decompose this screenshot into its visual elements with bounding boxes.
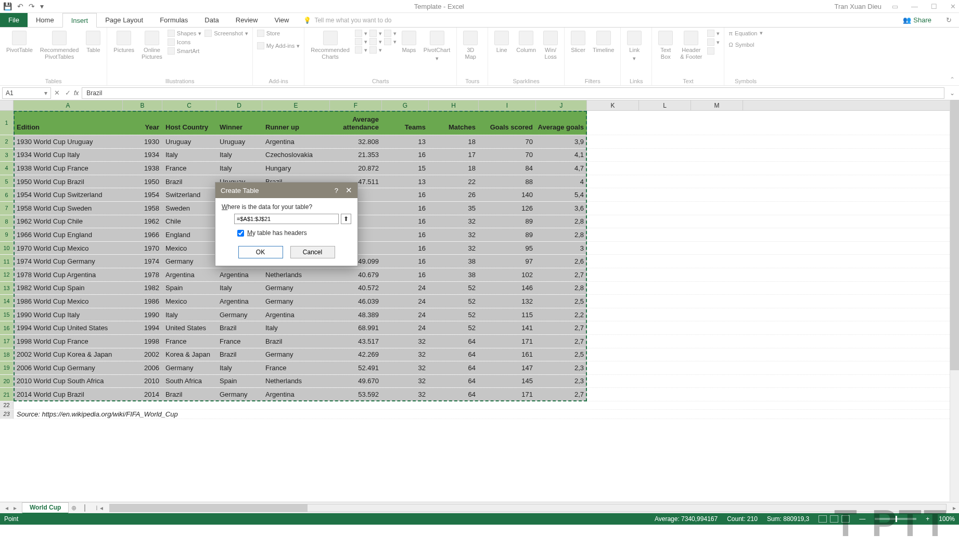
row-header[interactable]: 20 bbox=[0, 375, 14, 388]
cell[interactable]: 95 bbox=[479, 242, 536, 255]
cell[interactable]: 89 bbox=[479, 228, 536, 241]
cell[interactable] bbox=[691, 162, 743, 175]
cell[interactable]: 132 bbox=[479, 295, 536, 308]
cell[interactable]: Italy bbox=[162, 308, 216, 321]
cell[interactable]: 1958 bbox=[123, 202, 162, 215]
column-header-B[interactable]: B bbox=[123, 100, 162, 110]
cell[interactable]: Spain bbox=[162, 282, 216, 295]
cell[interactable] bbox=[691, 361, 743, 374]
cell[interactable]: 2,7 bbox=[536, 388, 587, 401]
cell[interactable]: 102 bbox=[479, 268, 536, 281]
cell[interactable] bbox=[691, 268, 743, 281]
cell[interactable]: Uruguay bbox=[162, 135, 216, 148]
header-cell[interactable]: Teams bbox=[382, 111, 429, 135]
cell[interactable]: 1958 World Cup Sweden bbox=[14, 202, 123, 215]
textbox-button[interactable]: Text Box bbox=[656, 30, 675, 61]
cell[interactable]: 52 bbox=[429, 308, 479, 321]
minimize-icon[interactable]: ― bbox=[911, 3, 918, 10]
cell[interactable]: Hungary bbox=[262, 162, 330, 175]
cell[interactable]: 126 bbox=[479, 202, 536, 215]
cancel-button[interactable]: Cancel bbox=[290, 246, 335, 258]
sheet-tab-worldcup[interactable]: World Cup bbox=[22, 502, 69, 514]
cell[interactable]: 4 bbox=[536, 175, 587, 188]
cell[interactable]: Germany bbox=[262, 295, 330, 308]
cell[interactable]: France bbox=[216, 335, 262, 348]
save-icon[interactable]: 💾 bbox=[3, 2, 12, 10]
cell[interactable] bbox=[639, 375, 691, 388]
online-pictures-button[interactable]: Online Pictures bbox=[139, 30, 164, 61]
header-cell[interactable]: Year bbox=[123, 111, 162, 135]
fx-icon[interactable]: fx bbox=[74, 89, 79, 97]
smartart-button[interactable]: SmartArt bbox=[168, 47, 201, 55]
cell[interactable]: 2,8 bbox=[536, 282, 587, 295]
zoom-in-icon[interactable]: + bbox=[926, 515, 929, 523]
cell[interactable] bbox=[639, 215, 691, 228]
formula-input[interactable]: Brazil bbox=[82, 87, 944, 99]
tab-scroll-icon[interactable]: ⁞ ◂ bbox=[93, 504, 106, 512]
cell[interactable] bbox=[587, 282, 639, 295]
row-header[interactable]: 10 bbox=[0, 242, 14, 255]
cell[interactable]: 24 bbox=[382, 308, 429, 321]
cell[interactable]: 1986 World Cup Mexico bbox=[14, 295, 123, 308]
name-box[interactable]: A1▾ bbox=[2, 87, 51, 99]
pivotchart-button[interactable]: PivotChart▾ bbox=[421, 30, 452, 62]
cell[interactable]: 64 bbox=[429, 388, 479, 401]
cell[interactable]: Germany bbox=[262, 348, 330, 361]
slicer-button[interactable]: Slicer bbox=[569, 30, 587, 55]
cell[interactable]: Germany bbox=[162, 255, 216, 268]
view-page-layout-icon[interactable] bbox=[830, 515, 838, 523]
zoom-slider[interactable] bbox=[875, 518, 916, 520]
cell[interactable] bbox=[587, 149, 639, 162]
cell[interactable] bbox=[639, 308, 691, 321]
column-header-D[interactable]: D bbox=[216, 100, 262, 110]
row-header[interactable]: 3 bbox=[0, 149, 14, 162]
cell[interactable] bbox=[587, 348, 639, 361]
cell[interactable]: 24 bbox=[382, 321, 429, 334]
cell[interactable]: Argentina bbox=[262, 135, 330, 148]
chart-type-3[interactable]: ▾ ▾ bbox=[355, 46, 397, 54]
cell[interactable] bbox=[691, 202, 743, 215]
chart-type-2[interactable]: ▾ ▾ ▾ bbox=[355, 38, 397, 45]
cell[interactable] bbox=[587, 388, 639, 401]
tab-scroll-right-icon[interactable]: ▸ bbox=[950, 504, 959, 512]
cell[interactable]: 17 bbox=[429, 149, 479, 162]
cell[interactable]: Italy bbox=[216, 162, 262, 175]
tab-data[interactable]: Data bbox=[196, 13, 227, 27]
header-cell[interactable]: Goals scored bbox=[479, 111, 536, 135]
collapse-ribbon-icon[interactable]: ⌃ bbox=[950, 76, 955, 83]
pictures-button[interactable]: Pictures bbox=[111, 30, 136, 55]
cell[interactable] bbox=[123, 401, 162, 409]
icons-button[interactable]: Icons bbox=[168, 38, 201, 46]
cell[interactable]: 1986 bbox=[123, 295, 162, 308]
column-header-M[interactable]: M bbox=[691, 100, 743, 110]
cell[interactable] bbox=[330, 401, 382, 409]
cell[interactable]: Germany bbox=[216, 308, 262, 321]
row-header[interactable]: 13 bbox=[0, 282, 14, 295]
cell[interactable] bbox=[14, 401, 123, 409]
row-header[interactable]: 4 bbox=[0, 162, 14, 175]
cell[interactable]: 1938 World Cup France bbox=[14, 162, 123, 175]
cell[interactable] bbox=[639, 228, 691, 241]
cell[interactable]: Chile bbox=[162, 215, 216, 228]
cell[interactable]: 3 bbox=[536, 242, 587, 255]
cell[interactable] bbox=[587, 335, 639, 348]
cell[interactable]: 22 bbox=[429, 175, 479, 188]
cell[interactable] bbox=[691, 282, 743, 295]
cell[interactable]: Mexico bbox=[162, 295, 216, 308]
cell[interactable]: Brazil bbox=[262, 335, 330, 348]
my-addins-button[interactable]: My Add-ins ▾ bbox=[257, 42, 300, 49]
cell[interactable] bbox=[639, 348, 691, 361]
redo-icon[interactable]: ↷ bbox=[29, 2, 35, 10]
cell[interactable]: 1990 bbox=[123, 308, 162, 321]
share-button[interactable]: 👥 Share bbox=[896, 13, 939, 27]
cell[interactable] bbox=[587, 175, 639, 188]
cell[interactable]: 1978 bbox=[123, 268, 162, 281]
cell[interactable] bbox=[691, 335, 743, 348]
cell[interactable]: 24 bbox=[382, 295, 429, 308]
expand-formula-icon[interactable]: ⌄ bbox=[948, 89, 957, 97]
cell[interactable]: 18 bbox=[429, 162, 479, 175]
cell[interactable]: Korea & Japan bbox=[162, 348, 216, 361]
header-cell[interactable] bbox=[639, 111, 691, 135]
cell[interactable] bbox=[536, 401, 587, 409]
cell[interactable] bbox=[639, 175, 691, 188]
